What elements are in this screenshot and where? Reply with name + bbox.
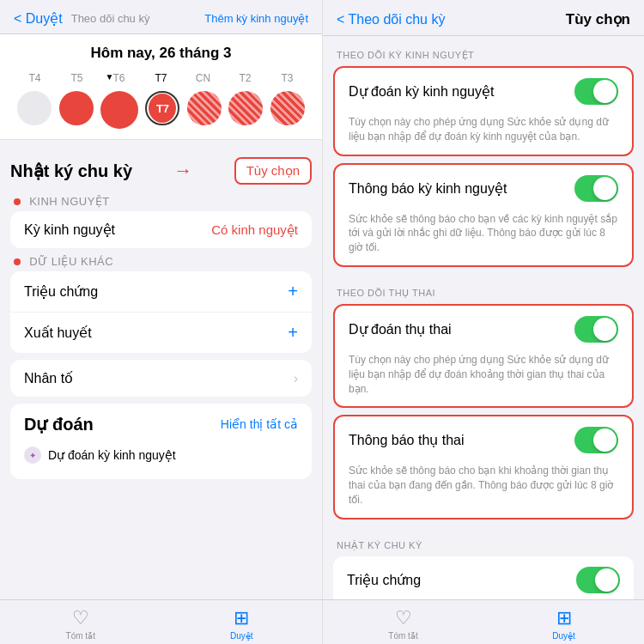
setting2-row: Thông báo kỳ kinh nguyệt — [335, 165, 632, 212]
prediction-item-text: Dự đoán kỳ kinh nguyệt — [48, 448, 176, 462]
left-panel: < Duyệt Theo dõi chu kỳ Thêm kỳ kinh ngu… — [0, 0, 322, 644]
right-tab-bar: ♡ Tóm tắt ⊞ Duyệt — [323, 599, 644, 644]
ky-kinh-value: Có kinh nguyệt — [211, 222, 298, 238]
journal-title: Nhật ký chu kỳ — [10, 161, 132, 181]
prediction-item-icon: ✦ — [24, 447, 41, 464]
setting2-toggle[interactable] — [574, 175, 618, 202]
calendar-section: Hôm nay, 26 tháng 3 ▼ T4 T5 T6 T7 CN T2 … — [0, 34, 322, 140]
calendar-title: Hôm nay, 26 tháng 3 — [14, 45, 308, 62]
day-label-t4: T4 — [18, 72, 52, 84]
setting4-desc: Sức khỏe sẽ thông báo cho bạn khi khoảng… — [335, 464, 632, 517]
calendar-days: T4 T5 T6 T7 CN T2 T3 — [14, 72, 308, 84]
right-nav-title: Tùy chọn — [566, 10, 630, 28]
tom-tat-label: Tóm tắt — [66, 631, 95, 641]
right-tom-tat-label: Tóm tắt — [388, 631, 417, 641]
trieu-chung-label: Triệu chứng — [24, 283, 98, 300]
arrow-icon: → — [173, 160, 192, 182]
right-tab-duyet[interactable]: ⊞ Duyệt — [483, 607, 644, 641]
right-back-button[interactable]: < Theo dõi chu kỳ — [337, 12, 445, 27]
nhan-to-label: Nhân tố — [24, 370, 73, 386]
duyet-label: Duyệt — [230, 631, 253, 641]
right-section-header-kinh: THEO DÕI KỲ KINH NGUYỆT — [323, 36, 644, 66]
day-circle-t7-today[interactable]: T7 — [145, 91, 179, 125]
left-tab-bar: ♡ Tóm tắt ⊞ Duyệt — [0, 599, 322, 644]
right-panel: < Theo dõi chu kỳ Tùy chọn THEO DÕI KỲ K… — [322, 0, 644, 644]
day-circle-t2[interactable] — [228, 91, 263, 125]
setting4-toggle[interactable] — [574, 427, 618, 453]
setting1-row: Dự đoán kỳ kinh nguyệt — [335, 68, 632, 115]
day-circle-t4[interactable] — [17, 91, 52, 125]
day-circle-t3[interactable] — [270, 91, 305, 125]
day-label-t2: T2 — [228, 72, 263, 84]
setting1-card: Dự đoán kỳ kinh nguyệt Tùy chọn này cho … — [333, 66, 634, 156]
setting3-toggle[interactable] — [574, 316, 618, 343]
setting2-label: Thông báo kỳ kinh nguyệt — [349, 180, 507, 197]
left-nav-subtitle[interactable]: Thêm kỳ kinh nguyệt — [204, 12, 308, 25]
prediction-item: ✦ Dự đoán kỳ kinh nguyệt — [24, 441, 298, 469]
ky-kinh-row[interactable]: Kỳ kinh nguyệt Có kinh nguyệt — [10, 211, 312, 248]
right-tab-tom-tat[interactable]: ♡ Tóm tắt — [323, 607, 483, 641]
right-section-header-thuthai: THEO DÕI THỤ THAI — [323, 274, 644, 304]
xuat-huyet-row[interactable]: Xuất huyết + — [10, 313, 312, 353]
day-label-cn: CN — [186, 72, 221, 84]
day-circle-t6[interactable] — [100, 91, 138, 129]
du-lieu-card: Triệu chứng + Xuất huyết + — [10, 271, 312, 353]
today-marker: ▼ — [106, 72, 114, 82]
trieu-chung-row[interactable]: Triệu chứng + — [10, 271, 312, 313]
setting1-toggle[interactable] — [574, 78, 618, 105]
xuat-huyet-plus[interactable]: + — [288, 323, 298, 343]
du-lieu-dot — [14, 258, 21, 265]
nhan-to-row[interactable]: Nhân tố › — [10, 360, 312, 397]
setting3-label: Dự đoán thụ thai — [349, 321, 452, 337]
setting3-row: Dự đoán thụ thai — [335, 306, 632, 353]
right-nav-bar: < Theo dõi chu kỳ Tùy chọn — [323, 0, 644, 36]
grid-icon: ⊞ — [234, 607, 249, 629]
setting3-desc: Tùy chọn này cho phép ứng dụng Sức khỏe … — [335, 353, 632, 406]
plain1-toggle[interactable] — [576, 567, 620, 593]
right-duyet-label: Duyệt — [552, 631, 575, 641]
prediction-section: Dự đoán Hiển thị tất cả ✦ Dự đoán kỳ kin… — [10, 404, 312, 479]
kinh-card: Kỳ kinh nguyệt Có kinh nguyệt — [10, 211, 312, 248]
right-section-header-nhatky: NHẬT KÝ CHU KỲ — [323, 526, 644, 556]
prediction-header: Dự đoán Hiển thị tất cả — [24, 414, 298, 434]
kinh-dot — [14, 198, 21, 205]
left-nav-title: Theo dõi chu kỳ — [71, 12, 150, 25]
day-label-t3: T3 — [270, 72, 305, 84]
prediction-link[interactable]: Hiển thị tất cả — [221, 417, 298, 431]
journal-header-row: Nhật ký chu kỳ → Tùy chọn — [10, 150, 312, 191]
du-lieu-section-header: DỮ LIỆU KHÁC — [10, 255, 312, 268]
left-nav-bar: < Duyệt Theo dõi chu kỳ Thêm kỳ kinh ngu… — [0, 0, 322, 34]
day-label-t5: T5 — [60, 72, 94, 84]
day-label-t7: T7 — [144, 72, 179, 84]
tab-duyet[interactable]: ⊞ Duyệt — [161, 607, 323, 641]
setting4-row: Thông báo thụ thai — [335, 416, 632, 464]
day-circle-t5[interactable] — [59, 91, 94, 125]
ky-kinh-label: Kỳ kinh nguyệt — [24, 222, 115, 238]
setting2-card: Thông báo kỳ kinh nguyệt Sức khỏe sẽ thô… — [333, 163, 634, 267]
plain1-row: Triệu chứng — [333, 556, 634, 599]
nhan-to-chevron: › — [294, 371, 298, 386]
plain1-label: Triệu chứng — [347, 572, 421, 588]
left-back-button[interactable]: < Duyệt — [14, 10, 63, 27]
right-heart-icon: ♡ — [395, 607, 412, 629]
settings-scroll[interactable]: THEO DÕI KỲ KINH NGUYỆT Dự đoán kỳ kinh … — [323, 36, 644, 599]
setting3-card: Dự đoán thụ thai Tùy chọn này cho phép ứ… — [333, 304, 634, 408]
nhan-to-card: Nhân tố › — [10, 360, 312, 397]
right-grid-icon: ⊞ — [556, 607, 572, 629]
tuy-chon-button[interactable]: Tùy chọn — [234, 157, 312, 185]
tab-tom-tat[interactable]: ♡ Tóm tắt — [0, 607, 161, 641]
setting1-label: Dự đoán kỳ kinh nguyệt — [349, 83, 494, 100]
kinh-section-header: KINH NGUYỆT — [10, 195, 312, 208]
trieu-chung-plus[interactable]: + — [288, 282, 298, 301]
left-content-scroll[interactable]: Nhật ký chu kỳ → Tùy chọn KINH NGUYỆT Kỳ… — [0, 140, 322, 599]
setting2-desc: Sức khỏe sẽ thông báo cho bạn về các kỳ … — [335, 212, 632, 265]
xuat-huyet-label: Xuất huyết — [24, 325, 92, 341]
setting4-label: Thông báo thụ thai — [349, 432, 465, 448]
day-circle-cn[interactable] — [187, 91, 222, 125]
prediction-title: Dự đoán — [24, 414, 94, 434]
heart-icon: ♡ — [72, 607, 89, 629]
setting1-desc: Tùy chọn này cho phép ứng dụng Sức khỏe … — [335, 115, 632, 155]
plain-settings-card: Triệu chứng Sinh hoạt tình dục — [333, 556, 634, 599]
calendar-circles: T7 — [14, 91, 308, 129]
setting4-card: Thông báo thụ thai Sức khỏe sẽ thông báo… — [333, 415, 634, 519]
